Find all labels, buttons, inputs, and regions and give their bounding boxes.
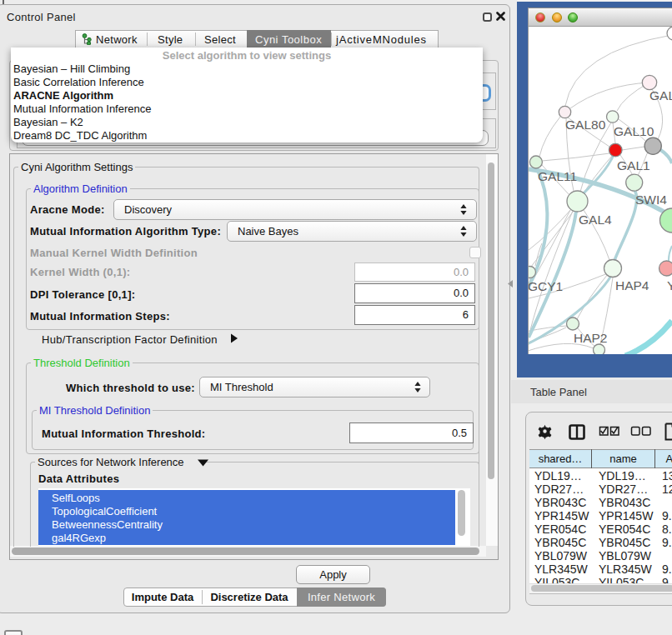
svg-text:GAL11: GAL11 (538, 169, 577, 183)
svg-text:HAP4: HAP4 (615, 278, 649, 292)
svg-text:GCY1: GCY1 (529, 279, 563, 293)
svg-text:GAL10: GAL10 (614, 124, 654, 138)
svg-text:SWI4: SWI4 (635, 192, 667, 207)
svg-text:GAL4: GAL4 (579, 212, 612, 227)
svg-text:GAL80: GAL80 (565, 118, 606, 132)
svg-text:HAP2: HAP2 (574, 331, 608, 345)
svg-text:GAL1: GAL1 (617, 158, 650, 172)
svg-text:GAL2: GAL2 (649, 88, 672, 102)
svg-text:Y: Y (667, 278, 672, 292)
